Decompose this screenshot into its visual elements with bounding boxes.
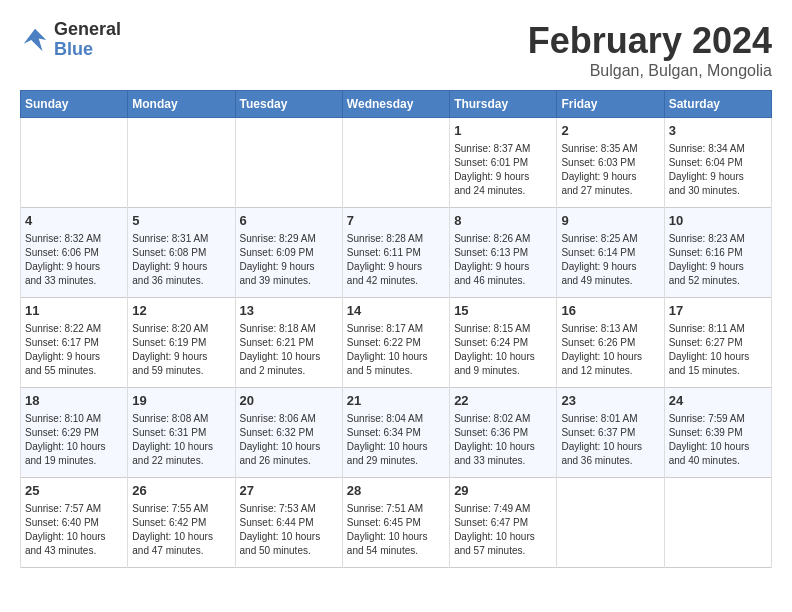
day-info: Sunrise: 8:35 AM Sunset: 6:03 PM Dayligh… [561,142,659,198]
week-row-4: 18Sunrise: 8:10 AM Sunset: 6:29 PM Dayli… [21,388,772,478]
calendar-cell: 21Sunrise: 8:04 AM Sunset: 6:34 PM Dayli… [342,388,449,478]
calendar-cell: 16Sunrise: 8:13 AM Sunset: 6:26 PM Dayli… [557,298,664,388]
day-number: 6 [240,212,338,230]
calendar-cell: 26Sunrise: 7:55 AM Sunset: 6:42 PM Dayli… [128,478,235,568]
logo-line1: General [54,20,121,40]
day-number: 10 [669,212,767,230]
calendar-cell: 17Sunrise: 8:11 AM Sunset: 6:27 PM Dayli… [664,298,771,388]
day-number: 28 [347,482,445,500]
calendar-cell: 23Sunrise: 8:01 AM Sunset: 6:37 PM Dayli… [557,388,664,478]
day-number: 1 [454,122,552,140]
day-info: Sunrise: 7:55 AM Sunset: 6:42 PM Dayligh… [132,502,230,558]
logo: General Blue [20,20,121,60]
day-info: Sunrise: 8:20 AM Sunset: 6:19 PM Dayligh… [132,322,230,378]
calendar-title: February 2024 [528,20,772,62]
svg-marker-0 [24,29,47,52]
calendar-cell: 14Sunrise: 8:17 AM Sunset: 6:22 PM Dayli… [342,298,449,388]
calendar-cell: 28Sunrise: 7:51 AM Sunset: 6:45 PM Dayli… [342,478,449,568]
calendar-cell: 9Sunrise: 8:25 AM Sunset: 6:14 PM Daylig… [557,208,664,298]
calendar-cell: 22Sunrise: 8:02 AM Sunset: 6:36 PM Dayli… [450,388,557,478]
day-info: Sunrise: 8:23 AM Sunset: 6:16 PM Dayligh… [669,232,767,288]
calendar-cell: 20Sunrise: 8:06 AM Sunset: 6:32 PM Dayli… [235,388,342,478]
day-info: Sunrise: 7:53 AM Sunset: 6:44 PM Dayligh… [240,502,338,558]
column-header-sunday: Sunday [21,91,128,118]
calendar-subtitle: Bulgan, Bulgan, Mongolia [528,62,772,80]
day-info: Sunrise: 7:59 AM Sunset: 6:39 PM Dayligh… [669,412,767,468]
day-info: Sunrise: 7:57 AM Sunset: 6:40 PM Dayligh… [25,502,123,558]
calendar-cell: 8Sunrise: 8:26 AM Sunset: 6:13 PM Daylig… [450,208,557,298]
day-number: 5 [132,212,230,230]
day-number: 23 [561,392,659,410]
column-header-tuesday: Tuesday [235,91,342,118]
logo-icon [20,25,50,55]
calendar-cell: 18Sunrise: 8:10 AM Sunset: 6:29 PM Dayli… [21,388,128,478]
day-info: Sunrise: 8:32 AM Sunset: 6:06 PM Dayligh… [25,232,123,288]
day-number: 25 [25,482,123,500]
calendar-cell: 4Sunrise: 8:32 AM Sunset: 6:06 PM Daylig… [21,208,128,298]
calendar-cell: 13Sunrise: 8:18 AM Sunset: 6:21 PM Dayli… [235,298,342,388]
logo-line2: Blue [54,40,121,60]
day-info: Sunrise: 8:29 AM Sunset: 6:09 PM Dayligh… [240,232,338,288]
calendar-cell [235,118,342,208]
day-info: Sunrise: 8:28 AM Sunset: 6:11 PM Dayligh… [347,232,445,288]
week-row-2: 4Sunrise: 8:32 AM Sunset: 6:06 PM Daylig… [21,208,772,298]
day-info: Sunrise: 8:13 AM Sunset: 6:26 PM Dayligh… [561,322,659,378]
day-number: 22 [454,392,552,410]
day-info: Sunrise: 8:11 AM Sunset: 6:27 PM Dayligh… [669,322,767,378]
day-info: Sunrise: 8:22 AM Sunset: 6:17 PM Dayligh… [25,322,123,378]
day-number: 3 [669,122,767,140]
calendar-cell: 6Sunrise: 8:29 AM Sunset: 6:09 PM Daylig… [235,208,342,298]
calendar-cell [664,478,771,568]
calendar-cell: 24Sunrise: 7:59 AM Sunset: 6:39 PM Dayli… [664,388,771,478]
day-info: Sunrise: 8:04 AM Sunset: 6:34 PM Dayligh… [347,412,445,468]
calendar-cell: 1Sunrise: 8:37 AM Sunset: 6:01 PM Daylig… [450,118,557,208]
day-number: 2 [561,122,659,140]
calendar-cell: 11Sunrise: 8:22 AM Sunset: 6:17 PM Dayli… [21,298,128,388]
day-info: Sunrise: 8:06 AM Sunset: 6:32 PM Dayligh… [240,412,338,468]
day-number: 11 [25,302,123,320]
calendar-cell: 5Sunrise: 8:31 AM Sunset: 6:08 PM Daylig… [128,208,235,298]
day-info: Sunrise: 8:15 AM Sunset: 6:24 PM Dayligh… [454,322,552,378]
calendar-cell: 12Sunrise: 8:20 AM Sunset: 6:19 PM Dayli… [128,298,235,388]
logo-text: General Blue [54,20,121,60]
day-number: 8 [454,212,552,230]
day-number: 17 [669,302,767,320]
week-row-3: 11Sunrise: 8:22 AM Sunset: 6:17 PM Dayli… [21,298,772,388]
calendar-cell: 2Sunrise: 8:35 AM Sunset: 6:03 PM Daylig… [557,118,664,208]
header: General Blue February 2024 Bulgan, Bulga… [20,20,772,80]
day-info: Sunrise: 8:01 AM Sunset: 6:37 PM Dayligh… [561,412,659,468]
column-header-wednesday: Wednesday [342,91,449,118]
day-number: 12 [132,302,230,320]
day-number: 27 [240,482,338,500]
day-number: 4 [25,212,123,230]
calendar-cell: 29Sunrise: 7:49 AM Sunset: 6:47 PM Dayli… [450,478,557,568]
day-info: Sunrise: 8:08 AM Sunset: 6:31 PM Dayligh… [132,412,230,468]
day-info: Sunrise: 8:18 AM Sunset: 6:21 PM Dayligh… [240,322,338,378]
day-number: 15 [454,302,552,320]
day-info: Sunrise: 8:10 AM Sunset: 6:29 PM Dayligh… [25,412,123,468]
day-info: Sunrise: 8:34 AM Sunset: 6:04 PM Dayligh… [669,142,767,198]
week-row-1: 1Sunrise: 8:37 AM Sunset: 6:01 PM Daylig… [21,118,772,208]
week-row-5: 25Sunrise: 7:57 AM Sunset: 6:40 PM Dayli… [21,478,772,568]
calendar-table: SundayMondayTuesdayWednesdayThursdayFrid… [20,90,772,568]
day-info: Sunrise: 8:37 AM Sunset: 6:01 PM Dayligh… [454,142,552,198]
header-row: SundayMondayTuesdayWednesdayThursdayFrid… [21,91,772,118]
day-info: Sunrise: 8:17 AM Sunset: 6:22 PM Dayligh… [347,322,445,378]
day-number: 20 [240,392,338,410]
calendar-cell: 27Sunrise: 7:53 AM Sunset: 6:44 PM Dayli… [235,478,342,568]
day-number: 26 [132,482,230,500]
day-info: Sunrise: 7:49 AM Sunset: 6:47 PM Dayligh… [454,502,552,558]
day-number: 29 [454,482,552,500]
column-header-monday: Monday [128,91,235,118]
column-header-friday: Friday [557,91,664,118]
day-number: 21 [347,392,445,410]
calendar-cell [21,118,128,208]
calendar-cell [128,118,235,208]
calendar-cell: 15Sunrise: 8:15 AM Sunset: 6:24 PM Dayli… [450,298,557,388]
calendar-cell: 25Sunrise: 7:57 AM Sunset: 6:40 PM Dayli… [21,478,128,568]
day-info: Sunrise: 8:26 AM Sunset: 6:13 PM Dayligh… [454,232,552,288]
calendar-cell [342,118,449,208]
day-info: Sunrise: 7:51 AM Sunset: 6:45 PM Dayligh… [347,502,445,558]
day-number: 13 [240,302,338,320]
day-number: 7 [347,212,445,230]
